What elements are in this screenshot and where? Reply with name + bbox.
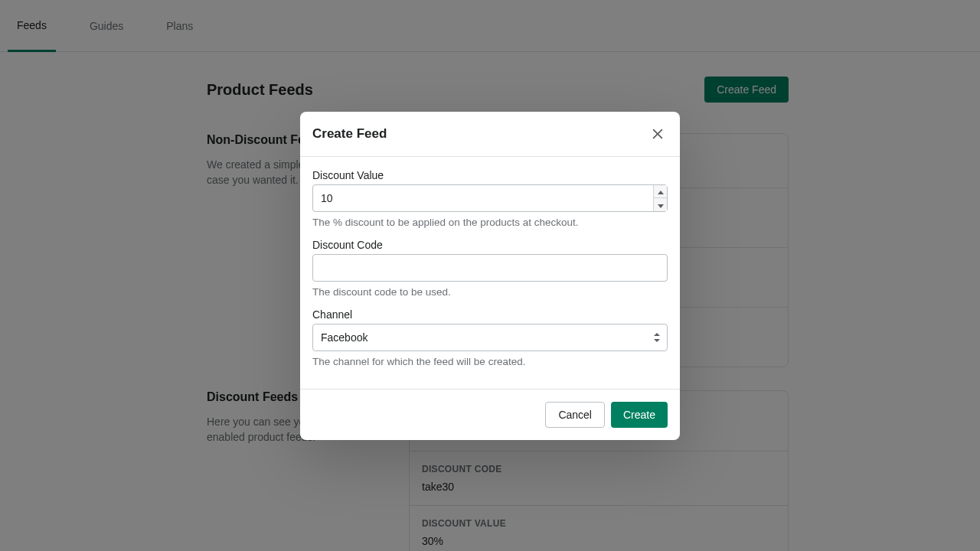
modal-title: Create Feed — [312, 126, 387, 142]
discount-code-input[interactable] — [312, 254, 668, 282]
discount-code-help: The discount code to be used. — [312, 286, 668, 298]
discount-value-field-label: Discount Value — [312, 169, 668, 181]
discount-code-field-label: Discount Code — [312, 239, 668, 251]
channel-select[interactable]: Facebook — [312, 324, 668, 351]
cancel-button[interactable]: Cancel — [545, 402, 605, 428]
stepper-up[interactable] — [654, 185, 667, 198]
stepper-down[interactable] — [654, 197, 667, 211]
create-button[interactable]: Create — [611, 402, 668, 428]
chevron-up-icon — [658, 185, 664, 197]
channel-field-label: Channel — [312, 308, 668, 321]
channel-help: The channel for which the feed will be c… — [312, 356, 668, 367]
create-feed-modal: Create Feed Discount Value — [300, 112, 680, 440]
discount-value-help: The % discount to be applied on the prod… — [312, 217, 668, 228]
chevron-down-icon — [658, 199, 664, 210]
discount-value-input[interactable] — [312, 184, 668, 212]
close-button[interactable] — [648, 124, 668, 144]
close-icon — [651, 127, 665, 141]
modal-overlay: Create Feed Discount Value — [0, 0, 980, 551]
